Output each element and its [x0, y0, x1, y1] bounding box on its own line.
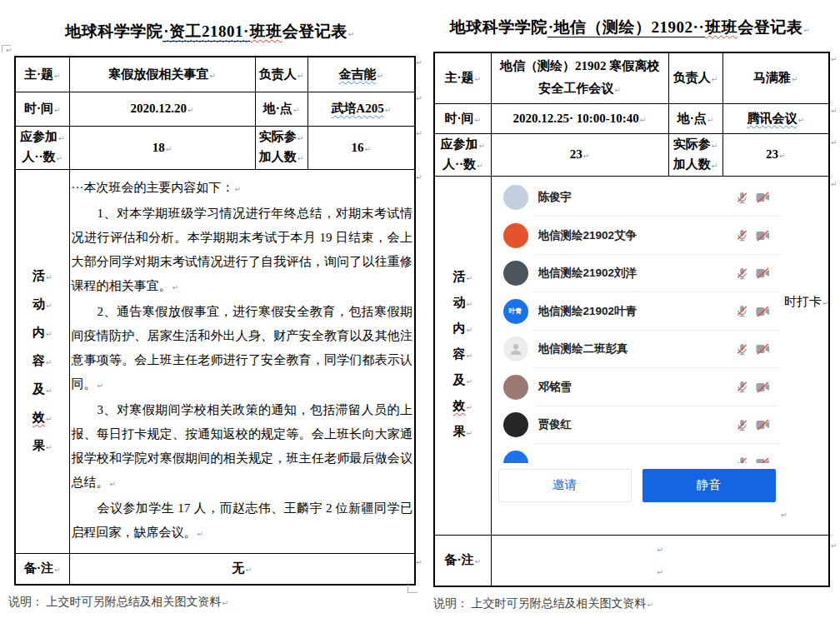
place-label-cell: 地·点↵ [668, 103, 722, 133]
camera-off-icon[interactable] [756, 230, 770, 242]
participant-list: 陈俊宇 [495, 179, 782, 463]
camera-off-icon[interactable] [756, 457, 770, 463]
right-footnote: 说明： 上交时可另附总结及相关图文资料↵ [433, 596, 653, 611]
title-class-name: ·资工21801· [163, 22, 249, 40]
remark-value-cell: 无↵ [69, 553, 415, 585]
time-label-cell: 时·间↵ [15, 92, 69, 126]
document-canvas: 地球科学学院·资工21801·班班会登记表↵ ↵ 主·题↵ 寒假放假相关事宜↵ … [0, 0, 840, 618]
avatar [503, 185, 528, 210]
title-text: 会登记表 [282, 22, 348, 40]
vertical-label-char: 活↵ [452, 265, 472, 291]
actual-count-value-cell: 16↵ [308, 126, 415, 169]
leader-value-cell: 马满雅↵ [722, 52, 829, 103]
mic-muted-icon[interactable] [736, 229, 748, 242]
left-form-title: 地球科学学院·资工21801·班班会登记表↵ [0, 21, 420, 42]
participant-name: 地信测绘二班彭真 [538, 341, 736, 356]
mic-muted-icon[interactable] [736, 456, 748, 462]
meeting-screenshot: 陈俊宇 [495, 179, 782, 510]
activity-content-cell: 陈俊宇 [491, 176, 829, 535]
vertical-label-char: 果↵ [452, 420, 472, 446]
camera-off-icon[interactable] [756, 267, 770, 279]
place-value-cell: 武培A205↵ [308, 92, 415, 126]
leader-value-cell: 金吉能↵ [308, 57, 415, 92]
mic-muted-icon[interactable] [736, 343, 748, 356]
left-footnote: 说明： 上交时可另附总结及相关图文资料↵ [8, 595, 228, 610]
content-label-cell: 活↵动↵内↵容↵及↵效↵果↵ [434, 176, 491, 535]
topic-value-cell: 寒假放假相关事宜↵ [69, 57, 255, 92]
time-value-cell: 2020.12.20↵ [69, 92, 255, 126]
participant-name: 贾俊红 [538, 417, 736, 432]
table-row: 备·注↵ ↵ ↵ [434, 535, 829, 586]
participant-name: 陈俊宇 [538, 190, 736, 205]
page-right-form: 地球科学学院·地信（测绘）21902··班班会登记表↵ 主·题↵ 地信（测绘）2… [420, 0, 840, 618]
avatar [503, 375, 528, 400]
table-row: 活↵动↵内↵容↵及↵效↵果↵ ···本次班会的主要内容如下：↵1、对本学期班级学… [15, 169, 415, 553]
avatar [503, 223, 528, 248]
camera-off-icon[interactable] [756, 381, 770, 393]
camera-off-icon[interactable] [756, 343, 770, 355]
place-value-cell: 腾讯会议↵ [722, 103, 829, 133]
time-label-cell: 时·间↵ [434, 103, 491, 133]
right-form-title: 地球科学学院·地信（测绘）21902··班班会登记表↵ [420, 17, 840, 38]
table-row: 应参加↵ 人··数↵ 23↵ 实际参↵ 加人数↵ 23↵ [434, 133, 829, 176]
vertical-label-char: 及↵ [452, 368, 472, 394]
mic-muted-icon[interactable] [736, 305, 748, 317]
leader-label-cell: 负责人↵ [668, 52, 722, 103]
participant-name: 地信测绘21902艾争 [538, 228, 736, 243]
row-end-mark: ↵ [831, 541, 838, 550]
mic-muted-icon[interactable] [736, 419, 748, 431]
mic-muted-icon[interactable] [736, 192, 748, 204]
topic-label-cell: 主·题↵ [434, 52, 491, 103]
participant-row: 地信测绘二班彭真 [495, 331, 782, 369]
expected-count-value-cell: 18↵ [69, 126, 255, 169]
page-left-form: 地球科学学院·资工21801·班班会登记表↵ ↵ 主·题↵ 寒假放假相关事宜↵ … [0, 0, 420, 618]
invite-button[interactable]: 邀请 [498, 469, 632, 502]
participant-name: 邓铭雪 [538, 380, 736, 395]
time-value-cell: 2020.12.25· 10:00-10:40↵ [491, 103, 668, 133]
row-end-mark: ↵ [831, 55, 838, 63]
participant-row [495, 444, 782, 463]
avatar-initials: 叶青 [509, 308, 522, 315]
table-row: 活↵动↵内↵容↵及↵效↵果↵ [434, 176, 829, 535]
expected-count-value-cell: 23↵ [491, 133, 668, 176]
content-paragraph: 1、对本学期班级学习情况进行年终总结，对期末考试情况进行评估和分析。本学期期末考… [72, 202, 413, 300]
camera-off-icon[interactable] [756, 192, 770, 203]
remark-value-cell: ↵ ↵ [491, 535, 829, 586]
remark-label-cell: 备·注↵ [15, 553, 69, 585]
table-row: 时·间↵ 2020.12.25· 10:00-10:40↵ 地·点↵ 腾讯会议↵ [434, 103, 829, 133]
camera-off-icon[interactable] [756, 419, 770, 431]
paragraph-mark: ↵ [803, 26, 810, 34]
meeting-action-bar: 邀请 静音 [495, 463, 782, 502]
mic-muted-icon[interactable] [736, 267, 748, 280]
remark-label-cell: 备·注↵ [434, 535, 491, 586]
paragraph-mark: ↵ [348, 30, 355, 38]
paragraph-mark: ↵ [6, 46, 12, 54]
mic-muted-icon[interactable] [736, 381, 748, 393]
participant-row: 地信测绘21902刘洋 [495, 255, 782, 293]
text-boundary-corner [408, 585, 418, 593]
title-class-name: ·地信（测绘）21902·· [548, 18, 706, 37]
avatar: 叶青 [503, 299, 528, 324]
row-end-mark: ↵ [831, 138, 838, 147]
vertical-label-char: 容↵ [452, 342, 472, 368]
vertical-label-char: 内↵ [32, 319, 52, 347]
camera-off-icon[interactable] [756, 306, 770, 317]
participant-row: 地信测绘21902艾争 [495, 217, 782, 255]
participant-row: 陈俊宇 [495, 179, 782, 217]
avatar [503, 336, 528, 361]
table-row: 备·注↵ 无↵ [15, 553, 415, 585]
participant-row: 贾俊红 [495, 406, 782, 445]
leader-label-cell: 负责人↵ [255, 57, 308, 92]
place-label-cell: 地·点↵ [255, 92, 308, 126]
expected-count-label-cell: 应参加↵ 人··数↵ [434, 133, 491, 176]
vertical-label-char: 内↵ [452, 316, 472, 342]
actual-count-label-cell: 实际参↵ 加人数↵ [255, 126, 308, 169]
title-text: 班班 [250, 22, 282, 40]
avatar [503, 451, 528, 463]
participant-row: 邓铭雪 [495, 368, 782, 406]
content-paragraph: 会议参加学生 17 人，而赵志伟、王麟宇 2 位新疆同学已启程回家，缺席会议。↵ [72, 496, 413, 546]
table-row: 主·题↵ 地信（测绘）21902 寒假离校 安全工作会议↵ 负责人↵ 马满雅↵ [434, 52, 829, 103]
mute-button[interactable]: 静音 [642, 469, 776, 502]
activity-content-cell: ···本次班会的主要内容如下：↵1、对本学期班级学习情况进行年终总结，对期末考试… [69, 169, 415, 553]
vertical-label-char: 及↵ [32, 376, 52, 404]
